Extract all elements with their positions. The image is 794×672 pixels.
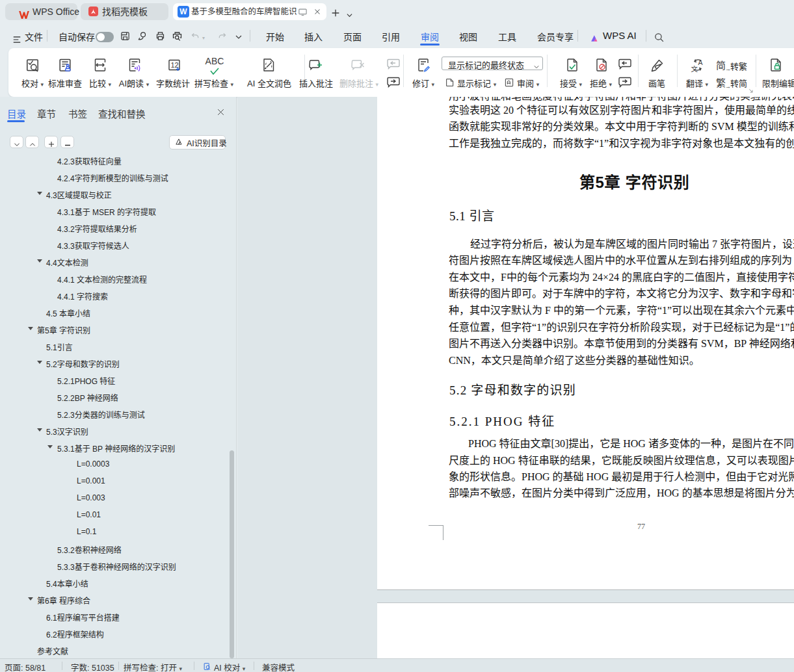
svg-text:A: A <box>698 58 703 66</box>
svg-text:文: 文 <box>691 65 698 73</box>
